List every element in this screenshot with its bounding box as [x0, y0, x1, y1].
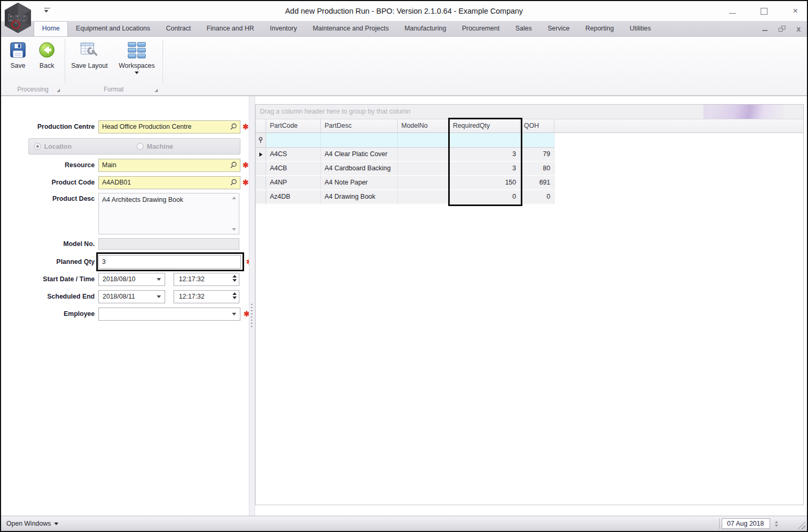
grid-row-az4db[interactable]: Az4DBA4 Drawing Book00	[256, 190, 803, 204]
maximize-button[interactable]	[760, 7, 768, 15]
workspaces-button[interactable]: Workspaces	[115, 39, 159, 74]
grid-cell-qoh[interactable]: 691	[520, 176, 554, 190]
start-date-input[interactable]: 2018/08/10	[98, 273, 165, 286]
window-title: Add new Production Run - BPO: Version 2.…	[1, 1, 807, 21]
open-windows-label: Open Windows	[6, 520, 51, 527]
grid-column-header-partcode[interactable]: PartCode	[266, 119, 321, 132]
grid-cell-requiredqty[interactable]: 150	[449, 176, 520, 190]
grid-cell-modelno[interactable]	[398, 148, 449, 162]
bpo-logo-icon[interactable]: bpo	[3, 2, 33, 36]
statusbar-date-spinner-icon[interactable]	[772, 518, 781, 529]
lookup-magnifier-icon[interactable]	[230, 161, 237, 170]
grid-cell-qoh[interactable]: 0	[520, 190, 554, 204]
grid-filter-row	[256, 133, 803, 148]
mdi-restore-button[interactable]	[779, 26, 785, 32]
location-machine-group: Location Machine	[28, 138, 240, 155]
planned-qty-input[interactable]: 3	[98, 255, 241, 269]
grid-filter-cell-modelno[interactable]	[398, 133, 449, 148]
tab-home[interactable]: Home	[34, 21, 68, 36]
panel-splitter[interactable]	[249, 96, 255, 516]
model-no-label: Model No.	[1, 238, 95, 250]
grid-cell-qoh[interactable]: 80	[520, 162, 554, 176]
date-dropdown-icon[interactable]	[157, 295, 161, 298]
grid-cell-partdesc[interactable]: A4 Note Paper	[321, 176, 398, 190]
grid-filter-cell-partcode[interactable]	[266, 133, 321, 148]
grid-row-a4np[interactable]: A4NPA4 Note Paper150691	[256, 176, 803, 190]
end-time-input[interactable]: 12:17:32	[174, 290, 239, 303]
mdi-minimize-button[interactable]	[762, 27, 767, 31]
back-icon	[33, 39, 60, 60]
tab-contract[interactable]: Contract	[158, 21, 198, 36]
time-spinner-icon[interactable]	[233, 292, 237, 299]
ribbon: Save Back	[1, 37, 807, 96]
grid-cell-partdesc[interactable]: A4 Drawing Book	[321, 190, 398, 204]
grid-cell-requiredqty[interactable]: 3	[449, 148, 520, 162]
workspaces-label: Workspaces	[115, 62, 159, 69]
statusbar-date-editor[interactable]: 07 Aug 2018	[722, 518, 770, 529]
grid-row-a4cb[interactable]: A4CBA4 Cardboard Backing380	[256, 162, 803, 176]
tab-procurement[interactable]: Procurement	[454, 21, 508, 36]
grid-cell-partdesc[interactable]: A4 Clear Platic Cover	[321, 148, 398, 162]
start-time-input[interactable]: 12:17:32	[174, 273, 239, 286]
grid-header-filler	[554, 119, 803, 132]
grid-filter-cell-requiredqty[interactable]	[449, 133, 520, 148]
components-grid: Drag a column header here to group by th…	[255, 104, 804, 505]
tab-inventory[interactable]: Inventory	[262, 21, 305, 36]
grid-row-filler	[554, 190, 803, 204]
grid-cell-partcode[interactable]: Az4DB	[266, 190, 321, 204]
production-centre-input[interactable]: Head Office Production Centre	[98, 120, 240, 134]
tab-utilities[interactable]: Utilities	[622, 21, 659, 36]
scroll-down-icon[interactable]	[232, 228, 236, 231]
mdi-close-button[interactable]: x	[796, 25, 801, 33]
time-spinner-icon[interactable]	[233, 275, 237, 282]
employee-dropdown-icon[interactable]	[232, 313, 236, 315]
grid-cell-partdesc[interactable]: A4 Cardboard Backing	[321, 162, 398, 176]
machine-radio[interactable]: Machine	[137, 139, 173, 154]
grid-cell-requiredqty[interactable]: 3	[449, 162, 520, 176]
grid-cell-modelno[interactable]	[398, 190, 449, 204]
product-desc-textarea[interactable]: A4 Architects Drawing Book	[98, 193, 239, 234]
ribbon-group-processing-caption: Processing	[2, 85, 64, 94]
save-layout-button[interactable]: Save Layout	[68, 39, 110, 69]
minimize-button[interactable]	[728, 7, 736, 15]
lookup-magnifier-icon[interactable]	[230, 123, 237, 132]
tab-sales[interactable]: Sales	[508, 21, 540, 36]
grid-row-a4cs[interactable]: A4CSA4 Clear Platic Cover379	[256, 148, 803, 162]
tab-manufacturing[interactable]: Manufacturing	[397, 21, 454, 36]
tab-equipment-and-locations[interactable]: Equipment and Locations	[68, 21, 158, 36]
quick-access-dropdown-icon[interactable]	[44, 8, 50, 13]
resource-input[interactable]: Main	[98, 159, 240, 172]
grid-cell-qoh[interactable]: 79	[520, 148, 554, 162]
resize-grip-icon[interactable]	[797, 521, 805, 529]
grid-column-header-partdesc[interactable]: PartDesc	[321, 119, 398, 132]
lookup-magnifier-icon[interactable]	[230, 179, 237, 188]
planned-qty-label: Planned Qty	[1, 252, 95, 271]
location-radio[interactable]: Location	[34, 139, 72, 154]
grid-cell-partcode[interactable]: A4CB	[266, 162, 321, 176]
end-date-input[interactable]: 2018/08/11	[98, 290, 165, 303]
grid-column-header-modelno[interactable]: ModelNo	[398, 119, 449, 132]
content-area: Production Centre Head Office Production…	[1, 96, 807, 516]
date-dropdown-icon[interactable]	[157, 278, 161, 281]
grid-cell-requiredqty[interactable]: 0	[449, 190, 520, 204]
grid-column-header-requiredqty[interactable]: RequiredQty	[449, 119, 520, 132]
grid-column-header-qoh[interactable]: QOH	[520, 119, 554, 132]
tab-finance-and-hr[interactable]: Finance and HR	[199, 21, 262, 36]
close-button[interactable]: ×	[791, 7, 800, 15]
scroll-up-icon[interactable]	[232, 197, 236, 199]
employee-combo[interactable]	[98, 308, 240, 321]
tab-maintenance-and-projects[interactable]: Maintenance and Projects	[305, 21, 397, 36]
grid-cell-modelno[interactable]	[398, 162, 449, 176]
grid-filter-cell-partdesc[interactable]	[321, 133, 398, 148]
grid-cell-partcode[interactable]: A4CS	[266, 148, 321, 162]
grid-cell-partcode[interactable]: A4NP	[266, 176, 321, 190]
product-code-input[interactable]: A4ADB01	[98, 176, 240, 189]
grid-cell-modelno[interactable]	[398, 176, 449, 190]
open-windows-button[interactable]: Open Windows	[6, 516, 58, 531]
back-button[interactable]: Back	[33, 39, 60, 69]
group-by-band[interactable]: Drag a column header here to group by th…	[256, 105, 803, 119]
tab-service[interactable]: Service	[540, 21, 578, 36]
grid-filter-cell-qoh[interactable]	[520, 133, 554, 148]
tab-reporting[interactable]: Reporting	[578, 21, 622, 36]
save-button[interactable]: Save	[4, 39, 32, 69]
